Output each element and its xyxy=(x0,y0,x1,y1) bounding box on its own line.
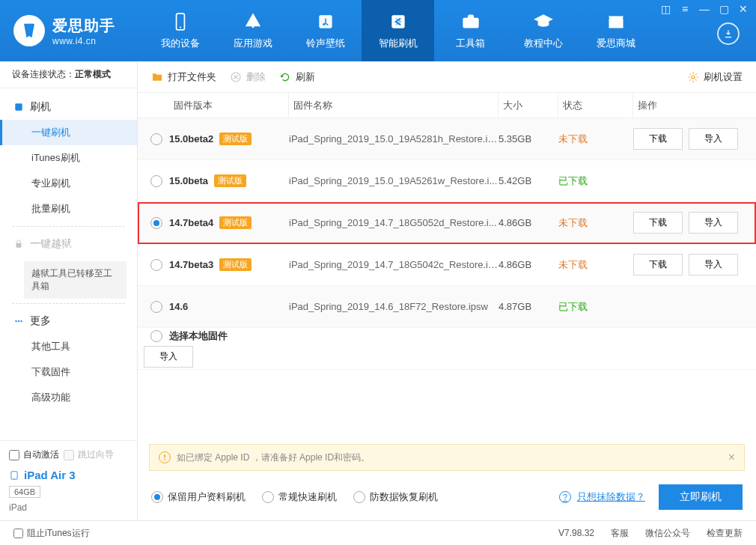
row-radio[interactable] xyxy=(150,175,162,187)
fw-filename: iPad_Spring_2019_14.6_18F72_Restore.ipsw xyxy=(289,301,499,312)
gear-icon xyxy=(687,71,699,83)
fw-status: 未下载 xyxy=(558,216,633,230)
firmware-row[interactable]: 14.7beta4测试版 iPad_Spring_2019_14.7_18G50… xyxy=(138,202,756,244)
device-info: 自动激活 跳过向导 iPad Air 3 64GB iPad xyxy=(0,440,137,520)
fw-size: 4.86GB xyxy=(499,259,558,270)
content-area: 设备连接状态：正常模式 刷机 一键刷机 iTunes刷机 专业刷机 批量刷机 一… xyxy=(0,61,756,520)
sidebar-item-oneclick[interactable]: 一键刷机 xyxy=(0,120,137,145)
sidebar-item-download[interactable]: 下载固件 xyxy=(0,359,137,385)
more-icon xyxy=(13,316,24,326)
sidebar-item-other[interactable]: 其他工具 xyxy=(0,334,137,359)
logo-icon xyxy=(13,15,45,46)
refresh-icon xyxy=(279,71,291,83)
device-model: iPad xyxy=(9,502,128,513)
warning-icon: ! xyxy=(159,451,171,463)
logo: 爱思助手 www.i4.cn xyxy=(0,0,144,61)
fw-status: 未下载 xyxy=(558,258,633,272)
appleid-warning: ! 如已绑定 Apple ID ，请准备好 Apple ID和密码。 × xyxy=(149,444,745,471)
fw-version: 14.6 xyxy=(169,301,188,312)
maximize-icon[interactable]: ▢ xyxy=(719,4,729,14)
col-version: 固件版本 xyxy=(169,93,289,118)
firmware-row[interactable]: 14.6 iPad_Spring_2019_14.6_18F72_Restore… xyxy=(138,286,756,328)
download-button[interactable]: 下载 xyxy=(633,212,683,234)
fw-version: 14.7beta4 xyxy=(169,217,213,228)
sidebar-item-batch[interactable]: 批量刷机 xyxy=(0,196,137,222)
folder-icon xyxy=(151,71,163,83)
erase-link[interactable]: 只想抹除数据？ xyxy=(559,490,645,504)
toolbox-icon xyxy=(460,11,481,32)
download-button[interactable]: 下载 xyxy=(633,254,683,275)
row-radio[interactable] xyxy=(150,330,162,342)
nav-flash[interactable]: 智能刷机 xyxy=(362,0,434,61)
shop-icon xyxy=(606,11,627,32)
refresh-btn[interactable]: 刷新 xyxy=(279,70,315,84)
nav-tabs: 我的设备 应用游戏 铃声壁纸 智能刷机 工具箱 教程中心 爱思商城 xyxy=(144,0,652,61)
fw-version: 15.0beta2 xyxy=(169,133,213,144)
open-folder-btn[interactable]: 打开文件夹 xyxy=(151,70,216,84)
flash-now-button[interactable]: 立即刷机 xyxy=(659,484,743,510)
main-panel: 打开文件夹 删除 刷新 刷机设置 固件版本 固件名称 大小 状态 xyxy=(138,61,756,520)
nav-shop[interactable]: 爱思商城 xyxy=(579,0,652,61)
close-icon[interactable]: ✕ xyxy=(738,4,749,14)
firmware-row[interactable]: 15.0beta2测试版 iPad_Spring_2019_15.0_19A52… xyxy=(138,118,756,160)
row-radio[interactable] xyxy=(150,259,162,271)
customer-service[interactable]: 客服 xyxy=(611,527,629,540)
firmware-row-local[interactable]: 选择本地固件 导入 xyxy=(138,328,756,370)
nav-tutorial[interactable]: 教程中心 xyxy=(507,0,579,61)
svg-point-12 xyxy=(18,320,19,322)
fw-filename: iPad_Spring_2019_14.7_18G5052d_Restore.i… xyxy=(289,217,499,228)
check-update[interactable]: 检查更新 xyxy=(707,527,743,540)
nav-my-device[interactable]: 我的设备 xyxy=(144,0,216,61)
svg-point-17 xyxy=(692,76,695,79)
warning-close-icon[interactable]: × xyxy=(728,451,735,464)
skin-icon[interactable]: ◫ xyxy=(660,4,671,14)
nav-toolbox[interactable]: 工具箱 xyxy=(434,0,507,61)
fw-filename: iPad_Spring_2019_15.0_19A5261w_Restore.i… xyxy=(289,175,499,186)
flash-settings-btn[interactable]: 刷机设置 xyxy=(687,70,743,84)
table-header: 固件版本 固件名称 大小 状态 操作 xyxy=(138,93,756,118)
col-name: 固件名称 xyxy=(289,93,499,118)
delete-icon xyxy=(230,71,242,83)
sidebar-item-adv[interactable]: 高级功能 xyxy=(0,385,137,410)
svg-point-11 xyxy=(15,320,16,322)
import-button[interactable]: 导入 xyxy=(689,212,738,234)
fw-status: 已下载 xyxy=(558,174,633,188)
local-label: 选择本地固件 xyxy=(169,329,228,343)
import-button[interactable]: 导入 xyxy=(689,128,738,150)
row-radio[interactable] xyxy=(150,301,162,313)
side-group-more[interactable]: 更多 xyxy=(0,308,137,334)
nav-wallpaper[interactable]: 铃声壁纸 xyxy=(289,0,362,61)
opt-anti-degrade[interactable]: 防数据恢复刷机 xyxy=(353,490,438,504)
side-group-jailbreak: 一键越狱 xyxy=(0,231,137,257)
storage-badge: 64GB xyxy=(9,486,40,498)
nav-apps[interactable]: 应用游戏 xyxy=(216,0,289,61)
row-radio[interactable] xyxy=(150,217,162,229)
auto-activate-check[interactable]: 自动激活 xyxy=(9,448,59,461)
download-button[interactable]: 下载 xyxy=(633,128,683,150)
device-name[interactable]: iPad Air 3 xyxy=(9,469,128,481)
download-center-icon[interactable] xyxy=(717,22,740,45)
side-group-flash[interactable]: 刷机 xyxy=(0,94,137,120)
fw-version: 14.7beta3 xyxy=(169,259,213,270)
firmware-list: 15.0beta2测试版 iPad_Spring_2019_15.0_19A52… xyxy=(138,118,756,438)
opt-keep-data[interactable]: 保留用户资料刷机 xyxy=(151,490,246,504)
minimize-icon[interactable]: — xyxy=(699,4,710,14)
delete-btn: 删除 xyxy=(230,70,266,84)
row-radio[interactable] xyxy=(150,133,162,145)
beta-tag: 测试版 xyxy=(214,174,246,187)
svg-point-2 xyxy=(252,25,254,28)
wechat-link[interactable]: 微信公众号 xyxy=(645,527,690,540)
import-button[interactable]: 导入 xyxy=(689,254,738,275)
version-label: V7.98.32 xyxy=(558,528,594,538)
svg-point-4 xyxy=(323,23,325,25)
menu-icon[interactable]: ≡ xyxy=(680,4,690,14)
status-bar: 阻止iTunes运行 V7.98.32 客服 微信公众号 检查更新 xyxy=(0,520,756,545)
sidebar-item-pro[interactable]: 专业刷机 xyxy=(0,171,137,196)
import-button[interactable]: 导入 xyxy=(144,346,193,368)
firmware-row[interactable]: 15.0beta测试版 iPad_Spring_2019_15.0_19A526… xyxy=(138,160,756,202)
firmware-row[interactable]: 14.7beta3测试版 iPad_Spring_2019_14.7_18G50… xyxy=(138,244,756,286)
opt-normal[interactable]: 常规快速刷机 xyxy=(262,490,337,504)
sidebar-item-itunes[interactable]: iTunes刷机 xyxy=(0,145,137,171)
block-itunes-check[interactable]: 阻止iTunes运行 xyxy=(13,527,90,540)
skip-guide-check[interactable]: 跳过向导 xyxy=(64,448,114,461)
